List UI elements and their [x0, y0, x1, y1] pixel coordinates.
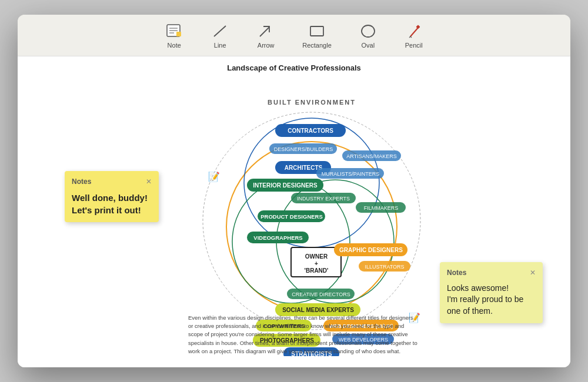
- svg-text:FILMMAKERS: FILMMAKERS: [364, 205, 399, 211]
- svg-text:MURALISTS/PAINTERS: MURALISTS/PAINTERS: [322, 171, 379, 177]
- svg-point-8: [362, 25, 375, 37]
- tool-rectangle-label: Rectangle: [302, 42, 332, 49]
- svg-text:VIDEOGRAPHERS: VIDEOGRAPHERS: [253, 234, 302, 241]
- svg-line-5: [214, 26, 226, 36]
- svg-text:PRODUCT DESIGNERS: PRODUCT DESIGNERS: [260, 213, 323, 220]
- oval-icon: [359, 23, 377, 39]
- note-close-1[interactable]: ✕: [146, 177, 152, 187]
- description-text: Even within the various design disciplin…: [188, 314, 417, 356]
- note-header-2: Notes ✕: [447, 268, 536, 278]
- svg-line-9: [410, 27, 419, 36]
- svg-text:ILLUSTRATORS: ILLUSTRATORS: [365, 264, 404, 270]
- tool-note-label: Note: [168, 42, 181, 49]
- note-icon: [165, 23, 183, 39]
- svg-text:+: +: [315, 260, 318, 267]
- svg-text:CREATIVE DIRECTORS: CREATIVE DIRECTORS: [292, 291, 350, 297]
- tool-note[interactable]: Note: [160, 21, 188, 51]
- svg-text:BUILT ENVIRONMENT: BUILT ENVIRONMENT: [268, 99, 356, 106]
- svg-text:ARCHITECTS: ARCHITECTS: [285, 165, 323, 171]
- svg-text:DESIGNERS/BUILDERS: DESIGNERS/BUILDERS: [274, 146, 333, 152]
- svg-text:INTERIOR DESIGNERS: INTERIOR DESIGNERS: [253, 182, 318, 189]
- note-title-2: Notes: [447, 268, 466, 278]
- arrow-icon: [256, 23, 275, 39]
- note-text-2: Looks awesome! I'm really proud to be on…: [447, 283, 536, 317]
- svg-rect-4: [176, 32, 181, 36]
- svg-rect-7: [310, 26, 323, 36]
- svg-text:GRAPHIC DESIGNERS: GRAPHIC DESIGNERS: [339, 247, 403, 253]
- note-header-1: Notes ✕: [72, 177, 152, 187]
- app-window: Note Line Arrow: [18, 15, 570, 367]
- tool-rectangle[interactable]: Rectangle: [298, 21, 336, 51]
- svg-line-6: [260, 27, 269, 36]
- svg-text:OWNER: OWNER: [305, 253, 328, 260]
- tool-line[interactable]: Line: [206, 21, 234, 51]
- tool-oval-label: Oval: [361, 42, 375, 49]
- svg-rect-10: [416, 25, 420, 29]
- canvas-area: Landscape of Creative Professionals 📝 📝 …: [18, 56, 570, 367]
- tool-pencil-label: Pencil: [405, 42, 423, 49]
- svg-text:SOCIAL MEDIA EXPERTS: SOCIAL MEDIA EXPERTS: [282, 307, 354, 313]
- tool-arrow[interactable]: Arrow: [252, 21, 280, 51]
- svg-text:CONTRACTORS: CONTRACTORS: [288, 128, 333, 134]
- tool-line-label: Line: [214, 42, 226, 49]
- sticky-note-1: Notes ✕ Well done, buddy! Let's print it…: [65, 171, 159, 222]
- diagram-title: Landscape of Creative Professionals: [18, 63, 570, 72]
- rectangle-icon: [308, 23, 326, 39]
- note-title-1: Notes: [72, 177, 91, 187]
- tool-pencil[interactable]: Pencil: [400, 21, 428, 51]
- svg-text:'BRAND': 'BRAND': [305, 267, 329, 274]
- note-text-1: Well done, buddy! Let's print it out!: [72, 192, 152, 216]
- svg-text:ARTISANS/MAKERS: ARTISANS/MAKERS: [346, 153, 396, 159]
- sticky-note-2: Notes ✕ Looks awesome! I'm really proud …: [440, 262, 543, 323]
- tool-arrow-label: Arrow: [258, 42, 275, 49]
- toolbar: Note Line Arrow: [18, 15, 570, 56]
- pencil-icon: [405, 23, 423, 39]
- tool-oval[interactable]: Oval: [354, 21, 382, 51]
- svg-text:INDUSTRY EXPERTS: INDUSTRY EXPERTS: [297, 196, 350, 202]
- note-close-2[interactable]: ✕: [530, 268, 536, 278]
- line-icon: [211, 23, 229, 39]
